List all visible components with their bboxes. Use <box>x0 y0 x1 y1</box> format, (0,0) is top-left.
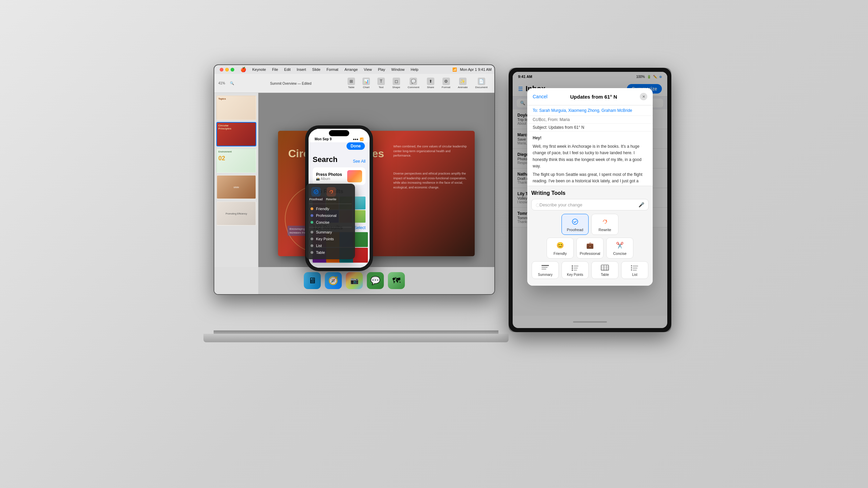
writing-tools-keynote-popup: Proofread Rewrite <box>306 184 355 259</box>
tool-professional[interactable]: 💼 Professional <box>576 238 604 259</box>
scene: 🍎 Keynote File Edit Insert Slide Format … <box>197 58 671 430</box>
tool-proofread[interactable]: Proofread <box>561 214 589 235</box>
tool-key-points[interactable]: Key Points <box>561 261 589 279</box>
proofread-button[interactable]: Proofread <box>309 187 323 201</box>
menu-insert[interactable]: Insert <box>295 67 308 72</box>
chart-icon: 📊 <box>362 78 370 85</box>
menu-play[interactable]: Play <box>377 67 387 72</box>
svg-point-5 <box>572 265 573 267</box>
concise-tool-icon: ✂️ <box>615 241 625 250</box>
dock-maps[interactable]: 🗺 <box>388 272 405 289</box>
slide-thumb-3[interactable]: Environment 02 <box>216 148 256 173</box>
modal-close-button[interactable]: ✕ <box>640 93 647 100</box>
chart-button[interactable]: 📊 Chart <box>360 76 373 90</box>
tools-row-2: 😊 Friendly 💼 Professional ✂️ Concise <box>531 238 649 259</box>
comment-button[interactable]: 💬 Comment <box>405 76 422 90</box>
wt-item-concise[interactable]: Concise <box>309 219 352 226</box>
tool-rewrite[interactable]: Rewrite <box>591 214 618 235</box>
svg-rect-20 <box>631 269 632 270</box>
result-photo-4[interactable] <box>353 232 368 247</box>
rewrite-button[interactable]: Rewrite <box>326 187 337 201</box>
wt-item-list[interactable]: List <box>309 242 352 249</box>
document-button[interactable]: 📄 Document <box>473 76 490 90</box>
wt-loading-indicator: ◌ <box>536 202 539 207</box>
mic-icon[interactable]: 🎤 <box>638 202 644 207</box>
slide-thumb-1[interactable]: Topics <box>216 96 256 120</box>
menu-window[interactable]: Window <box>390 67 406 72</box>
describe-placeholder: Describe your change <box>539 202 638 207</box>
list-tool-icon <box>629 264 640 272</box>
keynote-title: Summit Overview — Edited <box>239 81 342 86</box>
keynote-toolbar: 41% 🔍 Summit Overview — Edited ⊞ Table <box>214 74 494 93</box>
dock-safari[interactable]: 🧭 <box>325 272 342 289</box>
proofread-icon <box>311 187 321 197</box>
search-bar[interactable]: Stacey in NYC wearing her pink coat <box>313 265 366 268</box>
summary-tool-icon <box>540 264 551 272</box>
apple-menu[interactable]: 🍎 <box>240 67 246 72</box>
signal-icon: ●●● <box>353 138 358 141</box>
menu-keynote[interactable]: Keynote <box>251 67 267 72</box>
menu-help[interactable]: Help <box>409 67 420 72</box>
format-icon: ⚙ <box>442 78 450 85</box>
fullscreen-button[interactable] <box>231 68 234 72</box>
tool-friendly[interactable]: 😊 Friendly <box>547 238 574 259</box>
press-photos-result[interactable]: Press Photos 📸 Album <box>313 167 366 185</box>
slide-thumb-2[interactable]: Circular Principles <box>216 122 256 146</box>
menu-arrange[interactable]: Arrange <box>343 67 359 72</box>
slide-thumb-5[interactable]: Promoting Efficiency <box>216 201 256 226</box>
svg-rect-17 <box>633 266 638 266</box>
writing-tools-modal: Cancel Updates from 61° N ✕ To: Sarah Mu… <box>527 88 653 286</box>
tools-row-1: Proofread Rewrite <box>531 214 649 235</box>
table-label: Table <box>601 273 609 277</box>
select-button[interactable]: Select <box>354 225 366 230</box>
result-photo-8[interactable] <box>353 248 368 263</box>
menu-slide[interactable]: Slide <box>311 67 322 72</box>
friendly-tool-icon: 😊 <box>555 241 565 250</box>
concise-dot <box>311 221 313 224</box>
wt-item-table[interactable]: Table <box>309 249 352 256</box>
rewrite-icon <box>327 187 336 197</box>
friendly-label: Friendly <box>553 251 567 256</box>
menu-view[interactable]: View <box>362 67 373 72</box>
menu-format[interactable]: Format <box>325 67 340 72</box>
slide-thumb-4[interactable]: slide <box>216 175 256 199</box>
tool-concise[interactable]: ✂️ Concise <box>606 238 633 259</box>
done-button[interactable]: Done <box>347 142 365 150</box>
slide-body2: Diverse perspectives and ethical practic… <box>393 171 468 190</box>
press-photos-info: Press Photos 📸 Album <box>316 172 342 181</box>
cancel-button[interactable]: Cancel <box>533 94 548 99</box>
tool-table[interactable]: Table <box>591 261 618 279</box>
wifi-icon: 📶 <box>452 67 457 72</box>
divider2 <box>309 227 352 227</box>
tool-list[interactable]: List <box>621 261 648 279</box>
close-button[interactable] <box>220 68 223 72</box>
minimize-button[interactable] <box>225 68 229 72</box>
modal-cc: Cc/Bcc, From: Maria <box>527 116 653 124</box>
format-button[interactable]: ⚙ Format <box>439 76 453 90</box>
wt-item-professional[interactable]: Professional <box>309 212 352 219</box>
search-title: Search <box>313 155 337 164</box>
text-button[interactable]: T Text <box>375 76 388 90</box>
zoom-button[interactable]: 🔍 <box>227 80 237 86</box>
professional-tool-icon: 💼 <box>585 241 595 250</box>
concise-label: Concise <box>613 251 627 256</box>
svg-rect-16 <box>631 265 632 266</box>
dock-messages[interactable]: 💬 <box>367 272 384 289</box>
svg-rect-19 <box>633 268 637 268</box>
table-button[interactable]: ⊞ Table <box>345 76 358 90</box>
dock-photos[interactable]: 📷 <box>346 272 363 289</box>
wt-item-friendly[interactable]: Friendly <box>309 205 352 212</box>
dock-finder[interactable]: 🖥 <box>304 272 321 289</box>
see-all-link[interactable]: See All <box>353 159 366 164</box>
describe-input[interactable]: ◌ Describe your change 🎤 <box>531 199 649 210</box>
share-button[interactable]: ⬆ Share <box>424 76 437 90</box>
tool-summary[interactable]: Summary <box>532 261 559 279</box>
menu-edit[interactable]: Edit <box>283 67 292 72</box>
shape-button[interactable]: ◻ Shape <box>390 76 403 90</box>
menu-file[interactable]: File <box>271 67 279 72</box>
animate-button[interactable]: ✨ Animate <box>455 76 470 90</box>
ipad: 9:41 AM 100% 🔋 ✏️ ⊕ ☰ Inbox Summarize <box>509 68 671 332</box>
wt-item-summary[interactable]: Summary <box>309 229 352 236</box>
wt-item-keypoints[interactable]: Key Points <box>309 236 352 242</box>
press-photos-thumbnail <box>347 170 362 182</box>
